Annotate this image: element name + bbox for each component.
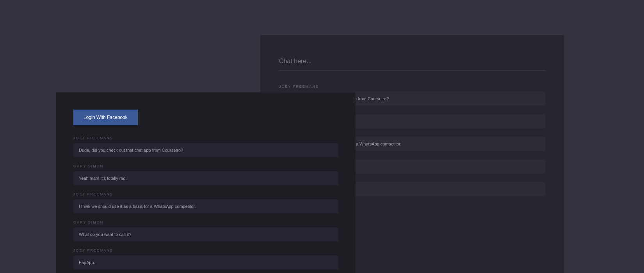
message-bubble: FapApp. bbox=[73, 255, 338, 269]
message-author: GARY SIMON bbox=[73, 164, 338, 168]
message-author: JOEY FREEMANS bbox=[73, 192, 338, 196]
chat-input[interactable] bbox=[279, 55, 545, 71]
message-bubble: What do you want to call it? bbox=[73, 227, 338, 241]
message-bubble: Dude, did you check out that chat app fr… bbox=[73, 143, 338, 157]
chat-panel-front: Login With Facebook JOEY FREEMANS Dude, … bbox=[56, 92, 356, 273]
message-bubble: Yeah man! It's totally rad. bbox=[73, 171, 338, 185]
message-author: JOEY FREEMANS bbox=[73, 136, 338, 140]
message-author: JOEY FREEMANS bbox=[279, 85, 545, 89]
message-bubble: I think we should use it as a basis for … bbox=[73, 199, 338, 213]
front-message-list: JOEY FREEMANS Dude, did you check out th… bbox=[73, 136, 338, 269]
message-author: JOEY FREEMANS bbox=[73, 248, 338, 252]
login-facebook-button[interactable]: Login With Facebook bbox=[73, 110, 138, 125]
message-author: GARY SIMON bbox=[73, 220, 338, 224]
